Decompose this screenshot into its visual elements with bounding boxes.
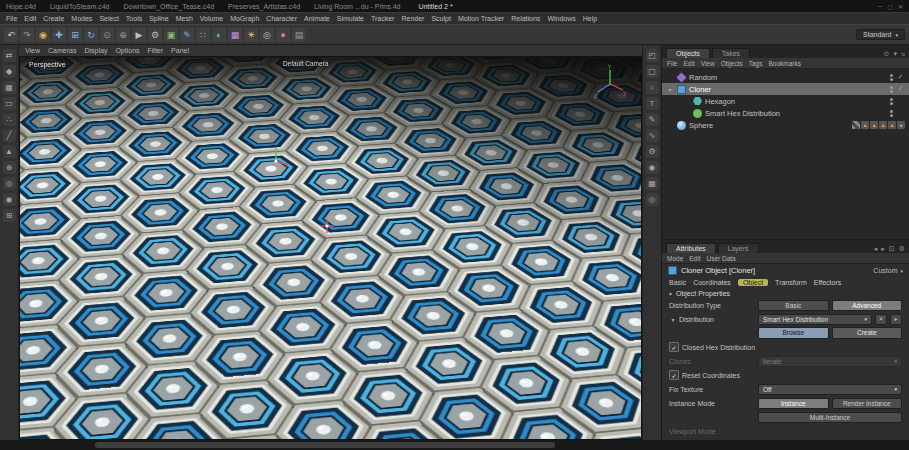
menu-item[interactable]: Motion Tracker: [458, 15, 504, 22]
objects-menu-item[interactable]: Bookmarks: [768, 60, 801, 67]
document-tab[interactable]: LiquidToSteam.c4d: [50, 3, 110, 10]
text-tool-icon[interactable]: T: [646, 97, 659, 110]
menu-item[interactable]: Volume: [200, 15, 223, 22]
collapse-arrow-icon[interactable]: ▾: [666, 86, 674, 93]
document-tab[interactable]: Living Room ...du - Prins.4d: [314, 3, 400, 10]
preset-dropdown[interactable]: Custom ▾: [873, 267, 903, 274]
polygon-selection-tag-icon[interactable]: ▲: [870, 121, 878, 129]
live-selection-icon[interactable]: ◉: [36, 28, 50, 42]
enable-axis-icon[interactable]: ⊕: [3, 161, 16, 174]
menu-item[interactable]: Mesh: [176, 15, 193, 22]
tab-basic[interactable]: Basic: [669, 279, 686, 286]
menu-item[interactable]: Render: [401, 15, 424, 22]
tab-objects[interactable]: Objects: [666, 48, 710, 58]
menu-item[interactable]: Relations: [511, 15, 540, 22]
collapse-arrow-icon[interactable]: ▾: [669, 316, 677, 323]
objects-menu-item[interactable]: Edit: [683, 60, 694, 67]
menu-item[interactable]: Sculpt: [431, 15, 450, 22]
model-mode-icon[interactable]: ◆: [3, 65, 16, 78]
object-row[interactable]: Hexagon: [662, 95, 909, 107]
last-tool-icon[interactable]: ⊙: [100, 28, 114, 42]
gear-icon[interactable]: ⚙: [646, 145, 659, 158]
tab-attributes[interactable]: Attributes: [666, 243, 716, 253]
viewport-3d[interactable]: Perspective Default Camera Y X Z: [19, 56, 642, 440]
objects-menu-item[interactable]: Tags: [749, 60, 763, 67]
menu-item[interactable]: Animate: [304, 15, 330, 22]
light-icon[interactable]: ☀: [244, 28, 258, 42]
attributes-menu-item[interactable]: Mode: [667, 255, 683, 262]
volume-icon[interactable]: ▦: [228, 28, 242, 42]
texture-mode-icon[interactable]: ▦: [3, 81, 16, 94]
object-row[interactable]: Sphere ▲ ▲ ▲ ▲ ●: [662, 119, 909, 131]
uv-grid-icon[interactable]: ▦: [646, 177, 659, 190]
menu-item[interactable]: Tracker: [371, 15, 394, 22]
phong-tag-icon[interactable]: ●: [897, 121, 905, 129]
coordinate-system-icon[interactable]: ⊕: [116, 28, 130, 42]
render-view-icon[interactable]: ▶: [132, 28, 146, 42]
pen-spline-icon[interactable]: ✎: [180, 28, 194, 42]
tab-effectors[interactable]: Effectors: [814, 279, 842, 286]
move-tool-icon[interactable]: ✚: [52, 28, 66, 42]
object-axis-gizmo[interactable]: [262, 145, 290, 173]
closed-hex-checkbox[interactable]: ✓: [669, 342, 679, 352]
timeline-strip[interactable]: [95, 442, 555, 448]
redo-icon[interactable]: ↷: [20, 28, 34, 42]
distribution-type-basic-button[interactable]: Basic: [758, 300, 829, 311]
objects-menu-item[interactable]: Objects: [721, 60, 743, 67]
tab-takes[interactable]: Takes: [712, 48, 750, 58]
polygon-selection-tag-icon[interactable]: ▲: [879, 121, 887, 129]
attributes-menu-item[interactable]: User Data: [706, 255, 735, 262]
viewport-menu-item[interactable]: Cameras: [48, 47, 76, 54]
objects-menu-item[interactable]: View: [701, 60, 715, 67]
history-back-icon[interactable]: ◂: [874, 245, 878, 253]
circle-tool-icon[interactable]: ○: [646, 81, 659, 94]
browse-button[interactable]: Browse: [758, 327, 829, 339]
document-tab[interactable]: Hope.c4d: [6, 3, 36, 10]
menu-item[interactable]: Edit: [24, 15, 36, 22]
texture-tag-icon[interactable]: [852, 121, 860, 129]
viewport-menu-item[interactable]: Display: [84, 47, 107, 54]
menu-item[interactable]: Character: [266, 15, 297, 22]
object-row[interactable]: Random ✓: [662, 71, 909, 83]
layout-select[interactable]: Standard ▾: [856, 29, 905, 40]
enabled-check-icon[interactable]: ✓: [896, 85, 905, 93]
viewport-menu-item[interactable]: Panel: [171, 47, 189, 54]
window-control-icon[interactable]: ▢: [887, 3, 893, 10]
camera-icon[interactable]: ◎: [260, 28, 274, 42]
render-settings-icon[interactable]: ⚙: [148, 28, 162, 42]
edges-mode-icon[interactable]: ╱: [3, 129, 16, 142]
pen-tool-icon[interactable]: ✎: [646, 113, 659, 126]
magnet-icon[interactable]: ◉: [646, 161, 659, 174]
rotate-tool-icon[interactable]: ↻: [84, 28, 98, 42]
menu-item[interactable]: Simulate: [337, 15, 364, 22]
scale-tool-icon[interactable]: ⊞: [68, 28, 82, 42]
spline-tool-icon[interactable]: ∿: [646, 129, 659, 142]
distribution-type-advanced-button[interactable]: Advanced: [832, 300, 903, 311]
add-cube-icon[interactable]: ▣: [164, 28, 178, 42]
make-editable-icon[interactable]: ⇄: [3, 49, 16, 62]
objects-menu-item[interactable]: File: [667, 60, 677, 67]
visibility-dots[interactable]: [890, 74, 893, 81]
create-button[interactable]: Create: [832, 327, 903, 339]
enabled-check-icon[interactable]: ✓: [896, 73, 905, 81]
instance-mode-instance-button[interactable]: Instance: [758, 398, 829, 409]
tab-object[interactable]: Object: [738, 279, 768, 286]
tab-coordinates[interactable]: Coordinates: [693, 279, 731, 286]
panel-menu-icon[interactable]: ≡: [901, 51, 905, 58]
tab-transform[interactable]: Transform: [775, 279, 807, 286]
null-axis-gizmo[interactable]: [318, 217, 336, 235]
search-icon[interactable]: ⊙: [884, 50, 890, 58]
document-tab[interactable]: Downtown_Office_Tease.c4d: [124, 3, 215, 10]
object-properties-header[interactable]: ▾ Object Properties: [662, 288, 909, 298]
fix-texture-dropdown[interactable]: Off ▾: [758, 384, 902, 395]
pick-icon[interactable]: ▸: [890, 314, 902, 325]
workplane-mode-icon[interactable]: ▭: [3, 97, 16, 110]
polygon-selection-tag-icon[interactable]: ▲: [861, 121, 869, 129]
distribution-dropdown[interactable]: Smart Hex Distribution ▾: [758, 314, 872, 325]
reset-coordinates-checkbox[interactable]: ✓: [669, 370, 679, 380]
instance-mode-render-instance-button[interactable]: Render Instance: [832, 398, 903, 409]
window-control-icon[interactable]: ─: [878, 3, 882, 10]
gear-icon[interactable]: ⚙: [899, 245, 905, 253]
rectangle-tool-icon[interactable]: ▢: [646, 65, 659, 78]
viewport-menu-item[interactable]: Filter: [148, 47, 164, 54]
